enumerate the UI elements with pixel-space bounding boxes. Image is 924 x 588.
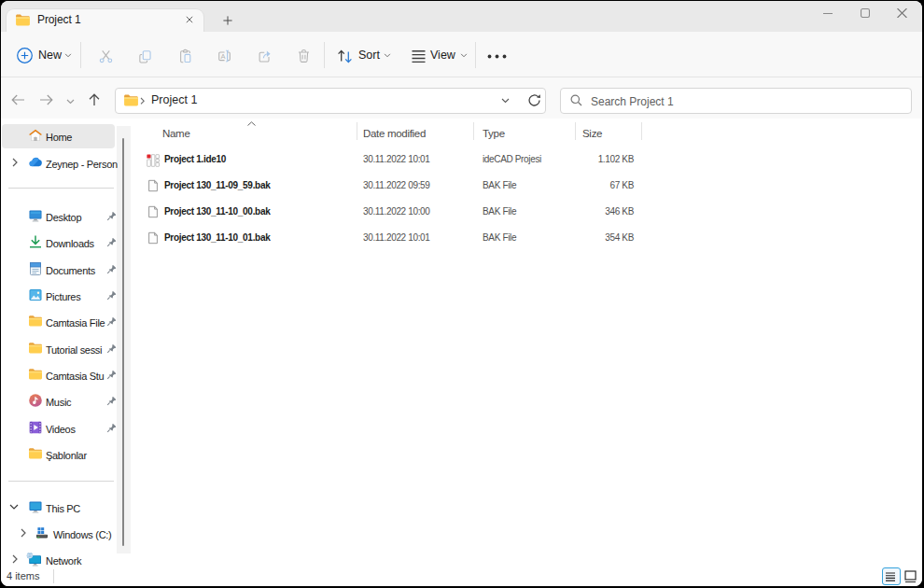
svg-text:A: A: [221, 52, 226, 61]
